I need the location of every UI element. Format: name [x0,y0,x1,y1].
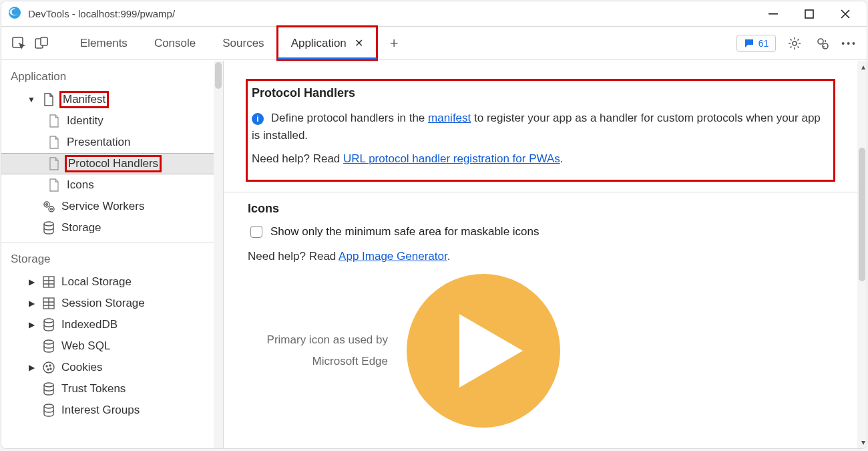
svg-point-8 [823,43,828,49]
sidebar-item-cookies[interactable]: ▶ Cookies [1,357,214,378]
svg-point-17 [44,340,53,344]
window-title: DevTools - localhost:999/pwamp/ [28,8,175,19]
window-close-button[interactable] [831,1,860,26]
help-pre: Need help? Read [248,250,339,263]
document-icon [47,156,61,171]
checkbox-label: Show only the minimum safe area for mask… [270,225,539,239]
chevron-right-icon: ▶ [27,299,36,308]
sidebar-item-identity[interactable]: Identity [1,110,214,132]
database-icon [41,403,56,418]
icons-help-link[interactable]: App Image Generator [339,250,447,263]
database-icon [41,382,56,396]
new-tab-button[interactable]: + [381,27,408,59]
device-emulation-icon[interactable] [32,27,51,59]
chevron-right-icon: ▶ [27,277,36,287]
more-options-button[interactable]: ••• [841,38,857,49]
svg-point-9 [44,202,49,207]
sidebar-item-label: Presentation [67,136,130,149]
svg-point-19 [46,365,47,367]
sidebar-item-local-storage[interactable]: ▶ Local Storage [1,271,214,293]
svg-rect-2 [805,10,813,18]
document-icon [47,135,61,150]
document-icon [41,92,56,107]
sidebar-item-label: Icons [67,178,94,192]
sidebar-item-label: Cookies [61,361,102,374]
sidebar-section-storage: Storage [1,247,214,271]
grid-icon [41,275,56,289]
document-icon [47,114,61,128]
sidebar-item-label: Session Storage [61,297,145,310]
sidebar-item-trust-tokens[interactable]: ▶ Trust Tokens [1,378,214,400]
chevron-right-icon: ▶ [27,320,36,329]
database-icon [41,339,56,353]
sidebar-item-label: Local Storage [61,275,132,289]
protocol-handlers-title: Protocol Handlers [252,86,829,100]
play-icon [459,314,523,388]
tab-sources[interactable]: Sources [209,27,277,59]
maskable-checkbox[interactable] [250,226,262,238]
settings-gear-icon[interactable] [785,36,804,51]
sidebar-item-indexeddb[interactable]: ▶ IndexedDB [1,314,214,335]
sidebar-item-icons[interactable]: Icons [1,174,214,196]
sidebar-section-application: Application [1,65,214,89]
manifest-link[interactable]: manifest [428,112,471,124]
sidebar-item-label: Storage [61,221,101,235]
primary-icon-label-1: Primary icon as used by [248,329,388,351]
tab-console[interactable]: Console [141,27,209,59]
svg-point-12 [51,208,53,210]
svg-point-21 [47,369,49,370]
svg-point-10 [46,204,48,206]
grid-icon [41,296,56,311]
document-icon [47,178,61,192]
window-minimize-button[interactable] [758,1,788,26]
chevron-down-icon: ▼ [27,95,36,104]
svg-point-22 [50,368,51,369]
tab-application[interactable]: Application ✕ [278,27,377,59]
svg-point-6 [793,41,797,45]
icons-section: Icons Show only the minimum safe area fo… [248,202,833,428]
svg-point-16 [44,319,53,323]
sidebar-item-label: Trust Tokens [61,382,126,396]
svg-rect-5 [41,37,47,45]
primary-icon-label-2: Microsoft Edge [248,351,388,372]
cookie-icon [41,360,56,375]
sidebar-item-protocol-handlers[interactable]: Protocol Handlers [1,153,214,174]
primary-app-icon [407,274,560,428]
sidebar-item-websql[interactable]: ▶ Web SQL [1,335,214,357]
svg-rect-1 [769,13,778,15]
sidebar-item-presentation[interactable]: Presentation [1,132,214,153]
sidebar-item-label: Identity [67,114,103,128]
info-icon: i [252,113,264,125]
sidebar-item-label: Manifest [61,93,107,106]
sidebar-item-label: IndexedDB [61,318,118,331]
close-icon[interactable]: ✕ [355,37,363,49]
sidebar-item-label: Web SQL [61,339,110,353]
window-maximize-button[interactable] [795,1,824,26]
sidebar-scrollbar[interactable] [214,61,223,448]
app-icon [8,6,21,21]
feedback-button[interactable]: 61 [736,35,777,52]
database-icon [41,317,56,332]
database-icon [41,220,56,235]
sidebar-item-manifest[interactable]: ▼ Manifest [1,89,214,110]
help-pre: Need help? Read [252,152,343,165]
main-scrollbar[interactable]: ▴ ▾ [857,61,867,448]
inspect-icon[interactable] [9,27,28,59]
svg-point-24 [44,404,53,408]
sidebar-item-service-workers[interactable]: ▶ Service Workers [1,196,214,217]
sidebar-item-label: Interest Groups [61,404,140,417]
svg-point-7 [818,39,823,44]
activity-icon[interactable] [813,36,832,51]
svg-point-18 [43,362,54,373]
svg-point-23 [44,383,53,387]
sidebar-item-storage[interactable]: ▶ Storage [1,217,214,239]
sidebar-item-session-storage[interactable]: ▶ Session Storage [1,293,214,314]
icons-title: Icons [248,202,833,216]
sidebar-item-interest-groups[interactable]: ▶ Interest Groups [1,400,214,421]
ph-help-link[interactable]: URL protocol handler registration for PW… [343,152,560,165]
svg-point-13 [44,222,53,226]
sidebar-item-label: Protocol Handlers [67,157,160,170]
gear-icon [41,199,56,214]
tab-elements[interactable]: Elements [67,27,141,59]
protocol-handlers-section: Protocol Handlers i Define protocol hand… [248,81,833,180]
